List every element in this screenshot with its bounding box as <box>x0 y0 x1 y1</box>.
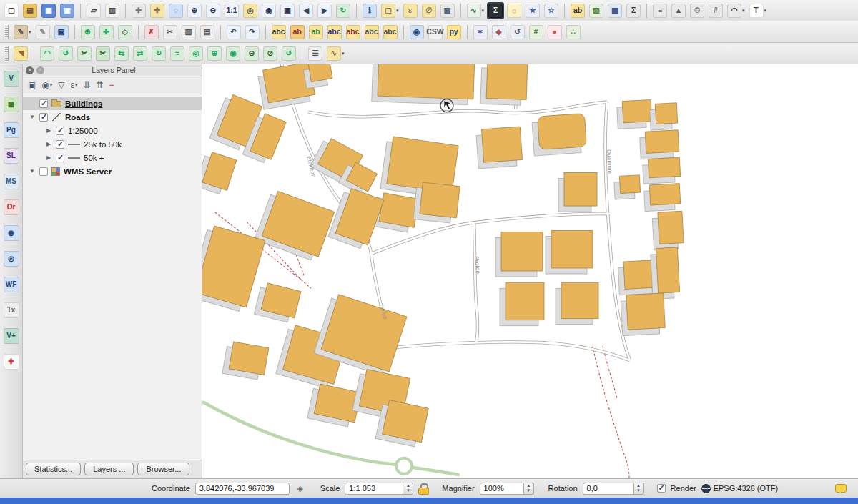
scale-lock-icon[interactable] <box>418 483 428 493</box>
add-group-button[interactable]: ▣ <box>28 80 36 90</box>
rotation-input[interactable]: 0,0 <box>583 483 634 495</box>
add-vector-layer-button[interactable]: V <box>2 70 21 87</box>
pan-map-button[interactable]: ✚ <box>130 2 147 19</box>
annotation-button[interactable]: T▾ <box>748 2 769 19</box>
layer-tree-item-25k-to-50k[interactable]: ▶25k to 50k <box>23 137 202 151</box>
delete-selected-button[interactable]: ✗ <box>143 24 160 41</box>
expander-right-icon[interactable]: ▶ <box>45 127 52 134</box>
diagrams-button[interactable]: ▧ <box>588 2 605 19</box>
add-postgis-layer-button[interactable]: Pg <box>2 122 21 139</box>
processing-toolbox-button[interactable]: ✶ <box>472 24 489 41</box>
project-new-button[interactable]: ▢ <box>3 2 20 19</box>
collapse-all-button[interactable]: ⇈ <box>97 80 104 90</box>
touch-zoom-button[interactable]: ◌ <box>167 2 184 19</box>
reshape-features-button[interactable]: ↺ <box>57 45 74 62</box>
tab-browser[interactable]: Browser... <box>137 463 189 475</box>
add-wms-layer-button[interactable]: ◉ <box>2 224 21 242</box>
label-rotate-button[interactable]: abc <box>345 24 362 41</box>
map-canvas[interactable]: ElektronQuantumProtonTermo <box>202 64 858 478</box>
close-panel-button[interactable]: × <box>26 66 34 74</box>
add-wfs-layer-button[interactable]: WF <box>2 276 21 293</box>
interpolation-tool-button[interactable]: ∴ <box>565 24 582 41</box>
delete-part-button[interactable]: ⊘ <box>262 45 279 62</box>
merge-features-button[interactable]: ⇆ <box>113 45 130 62</box>
zoom-to-layer-button[interactable]: ▣ <box>279 2 296 19</box>
select-by-expression-button[interactable]: ε <box>402 2 419 19</box>
layer-tree-item-wms-server[interactable]: ▼WMS Server <box>23 164 202 178</box>
manage-layer-visibility-button[interactable]: ◉▾ <box>41 80 52 90</box>
add-feature-button[interactable]: ⊕ <box>79 24 97 41</box>
manage-layer-visibility-dropdown-icon[interactable]: ▾ <box>50 82 53 88</box>
processing-history-button[interactable]: ↺ <box>509 24 526 41</box>
rotate-feature-button[interactable]: ↻ <box>150 45 167 62</box>
measure-toolbar-button[interactable]: ◠▾ <box>726 2 746 19</box>
project-open-button[interactable]: ▤ <box>21 2 39 19</box>
split-parts-button[interactable]: ✂ <box>94 45 112 62</box>
expander-right-icon[interactable]: ▶ <box>45 141 52 147</box>
merge-attributes-button[interactable]: ⇄ <box>132 45 149 62</box>
simplify-feature-button[interactable]: ≈ <box>169 45 186 62</box>
highlight-pinned-labels-button[interactable]: ◥ <box>12 45 29 62</box>
delete-ring-button[interactable]: ⊖ <box>243 45 260 62</box>
zoom-last-button[interactable]: ◀ <box>297 2 315 19</box>
add-wcs-layer-button[interactable]: ◎ <box>2 250 21 267</box>
add-ring-button[interactable]: ◎ <box>187 45 204 62</box>
filter-expression-button[interactable]: ε▾ <box>71 80 78 90</box>
layer-tree-item-1-25000[interactable]: ▶1:25000 <box>23 124 202 137</box>
refresh-map-button[interactable]: ↻ <box>335 2 352 19</box>
current-edits-button[interactable]: ✎▾ <box>12 24 33 41</box>
label-abc-button[interactable]: abc <box>270 24 287 41</box>
crs-status-button[interactable]: EPSG:4326 (OTF) <box>701 484 778 493</box>
zoom-out-button[interactable]: ⊖ <box>204 2 222 19</box>
remove-layer-group-button[interactable]: − <box>109 80 114 90</box>
scale-bar-button[interactable]: ≡ <box>651 2 669 19</box>
move-feature-button[interactable]: ✚ <box>98 24 115 41</box>
open-attribute-table-button[interactable]: ▦ <box>439 2 456 19</box>
split-features-button[interactable]: ✂ <box>76 45 93 62</box>
expander-down-icon[interactable]: ▼ <box>29 168 36 174</box>
label-change-button[interactable]: abc <box>363 24 380 41</box>
save-layer-edits-button[interactable]: ▣ <box>53 24 70 41</box>
zoom-native-button[interactable]: 1:1 <box>223 2 240 19</box>
rotate-point-symbols-button[interactable]: ↺ <box>280 45 297 62</box>
expander-right-icon[interactable]: ▶ <box>45 154 52 161</box>
paste-features-button[interactable]: ▤ <box>199 24 216 41</box>
target-crosshair-button[interactable]: ✚ <box>2 353 21 370</box>
magnifier-stepper[interactable]: ▲▼ <box>524 483 534 495</box>
scale-dropdown-icon[interactable]: ▲▼ <box>403 483 413 495</box>
tab-layers[interactable]: Layers ... <box>84 463 134 475</box>
snapping-options-button[interactable]: ☰ <box>307 45 324 62</box>
expand-all-button[interactable]: ⇊ <box>83 80 90 90</box>
layer-tree-item-50k[interactable]: ▶50k + <box>23 151 202 164</box>
layer-visibility-checkbox[interactable] <box>56 140 64 149</box>
label-highlight-button[interactable]: ab <box>307 24 325 41</box>
layer-tree-item-roads[interactable]: ▼Roads <box>23 110 202 124</box>
fill-ring-button[interactable]: ◉ <box>225 45 242 62</box>
redo-button[interactable]: ↷ <box>244 24 261 41</box>
project-save-button[interactable]: ▣ <box>40 2 57 19</box>
rotation-stepper[interactable]: ▲▼ <box>634 483 644 495</box>
layer-visibility-checkbox[interactable] <box>56 127 64 135</box>
add-mssql-layer-button[interactable]: MS <box>2 173 21 190</box>
metasearch-globe-button[interactable]: ◉ <box>408 24 425 41</box>
north-arrow-button[interactable]: ▲ <box>670 2 687 19</box>
filter-expression-dropdown-icon[interactable]: ▾ <box>75 82 78 88</box>
layer-visibility-checkbox[interactable] <box>39 99 48 108</box>
tracing-dropdown-icon[interactable]: ▾ <box>342 51 345 56</box>
composer-new-button[interactable]: ▱ <box>85 2 102 19</box>
toggle-editing-button[interactable]: ✎ <box>34 24 51 41</box>
add-delimited-text-layer-button[interactable]: Tx <box>2 302 21 319</box>
magnifier-input[interactable]: 100% <box>480 483 524 495</box>
label-pin-button[interactable]: ab <box>289 24 306 41</box>
zoom-full-button[interactable]: ◎ <box>242 2 259 19</box>
filter-legend-button[interactable]: ▽ <box>58 80 64 90</box>
csw-catalog-button[interactable]: CSW <box>427 24 444 41</box>
composer-manager-button[interactable]: ▥ <box>104 2 121 19</box>
current-edits-dropdown-icon[interactable]: ▾ <box>29 29 31 35</box>
copyright-label-button[interactable]: © <box>689 2 706 19</box>
copy-features-button[interactable]: ▥ <box>180 24 197 41</box>
zoom-to-selection-button[interactable]: ◉ <box>260 2 277 19</box>
pan-to-selection-button[interactable]: ✚ <box>149 2 166 19</box>
tracing-button[interactable]: ∿▾ <box>325 45 346 62</box>
render-checkbox[interactable] <box>657 484 666 493</box>
